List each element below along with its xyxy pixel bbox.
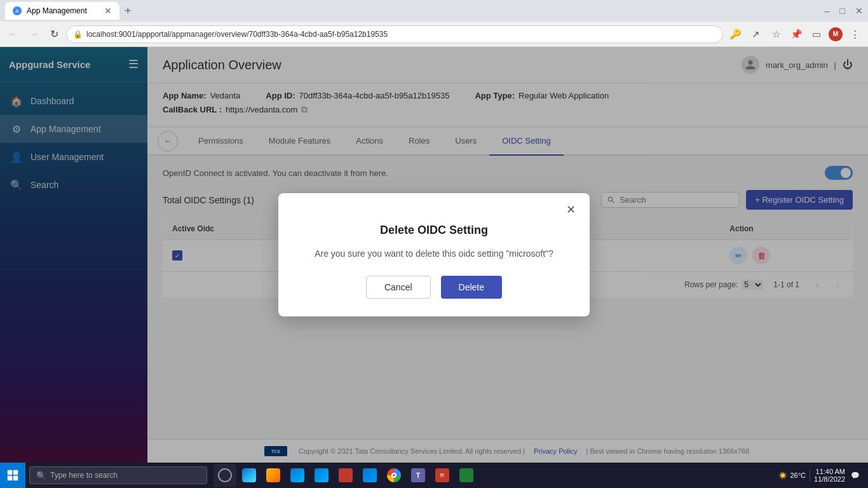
modal-header: ✕ <box>278 193 590 219</box>
teams-icon: T <box>411 468 425 482</box>
window-controls: – □ ✕ <box>825 6 863 16</box>
nav-back-button[interactable]: ← <box>5 26 22 43</box>
taskbar-apps: T R <box>211 464 480 487</box>
tab-close-button[interactable]: ✕ <box>104 6 112 16</box>
vscode-icon <box>363 468 377 482</box>
mail-icon <box>315 468 329 482</box>
app5-icon <box>339 468 353 482</box>
nav-refresh-button[interactable]: ↻ <box>46 26 62 43</box>
modal-close-button[interactable]: ✕ <box>562 201 580 219</box>
modal-overlay[interactable]: ✕ Delete OIDC Setting Are you sure you w… <box>0 47 868 463</box>
modal-delete-button[interactable]: Delete <box>441 276 502 299</box>
taskbar-app-app9[interactable]: R <box>431 464 454 487</box>
taskbar-search-text: Type here to search <box>50 471 118 480</box>
svg-rect-1 <box>13 470 18 475</box>
delete-modal: ✕ Delete OIDC Setting Are you sure you w… <box>278 193 590 316</box>
start-button[interactable] <box>0 463 25 488</box>
temperature-display: 26°C <box>790 471 806 479</box>
taskbar-app-cortana[interactable] <box>214 464 236 487</box>
taskbar-divider <box>810 469 810 482</box>
browser-action-star[interactable]: ☆ <box>768 26 784 43</box>
taskbar-app-store[interactable] <box>286 464 309 487</box>
taskbar-app-app10[interactable] <box>455 464 478 487</box>
clock-display[interactable]: 11:40 AM 11/8/2022 <box>814 468 845 483</box>
svg-rect-3 <box>13 476 18 481</box>
svg-rect-2 <box>8 476 13 481</box>
address-bar[interactable]: 🔒 localhost:9001/appportal/appmanager/ov… <box>66 25 723 43</box>
tab-title: App Management <box>27 6 87 15</box>
cortana-icon <box>218 468 232 482</box>
modal-title: Delete OIDC Setting <box>278 219 590 247</box>
explorer-icon <box>266 468 280 482</box>
svg-rect-0 <box>8 470 13 475</box>
browser-title-bar: A App Management ✕ + – □ ✕ <box>0 0 868 22</box>
taskbar-search-bar[interactable]: 🔍 Type here to search <box>29 466 207 484</box>
taskbar-app-mail[interactable] <box>310 464 333 487</box>
taskbar-app-vscode[interactable] <box>358 464 381 487</box>
taskbar-app-explorer[interactable] <box>262 464 285 487</box>
lock-icon: 🔒 <box>73 30 83 39</box>
nav-forward-button[interactable]: → <box>25 26 42 43</box>
maximize-button[interactable]: □ <box>840 6 845 16</box>
notification-icon[interactable]: 💬 <box>849 469 862 482</box>
modal-cancel-button[interactable]: Cancel <box>366 276 431 299</box>
app9-icon: R <box>435 468 449 482</box>
taskbar-app-edge[interactable] <box>238 464 261 487</box>
chrome-icon <box>387 468 401 482</box>
browser-tab[interactable]: A App Management ✕ <box>5 2 119 20</box>
modal-actions: Cancel Delete <box>278 276 590 316</box>
clock-date: 11/8/2022 <box>814 475 845 483</box>
windows-taskbar: 🔍 Type here to search T <box>0 463 868 488</box>
browser-action-buttons: 🔑 ↗ ☆ 📌 ▭ M ⋮ <box>727 26 863 43</box>
url-text: localhost:9001/appportal/appmanager/over… <box>86 30 388 39</box>
browser-action-pin[interactable]: 📌 <box>788 26 804 43</box>
browser-action-sidebar[interactable]: ▭ <box>808 26 825 43</box>
modal-body: Are you sure you want to delete this oid… <box>278 247 590 276</box>
clock-time: 11:40 AM <box>814 468 845 475</box>
browser-action-share[interactable]: ↗ <box>747 26 764 43</box>
weather-display: ☀️ 26°C <box>778 471 806 480</box>
taskbar-search-icon: 🔍 <box>36 471 46 480</box>
app10-icon <box>459 468 473 482</box>
taskbar-app-app5[interactable] <box>334 464 357 487</box>
browser-profile-icon[interactable]: M <box>829 27 843 41</box>
close-window-button[interactable]: ✕ <box>855 6 863 16</box>
browser-action-key[interactable]: 🔑 <box>727 26 743 43</box>
weather-icon: ☀️ <box>778 471 787 480</box>
minimize-button[interactable]: – <box>825 6 830 16</box>
taskbar-right: ☀️ 26°C 11:40 AM 11/8/2022 💬 <box>778 468 868 483</box>
browser-toolbar: ← → ↻ 🔒 localhost:9001/appportal/appmana… <box>0 22 868 47</box>
store-icon <box>290 468 304 482</box>
taskbar-app-teams[interactable]: T <box>407 464 430 487</box>
tab-favicon: A <box>13 6 22 15</box>
edge-icon <box>242 468 256 482</box>
browser-menu-button[interactable]: ⋮ <box>846 26 863 43</box>
windows-logo-icon <box>7 470 18 481</box>
new-tab-button[interactable]: + <box>125 4 132 18</box>
taskbar-app-chrome[interactable] <box>383 464 405 487</box>
